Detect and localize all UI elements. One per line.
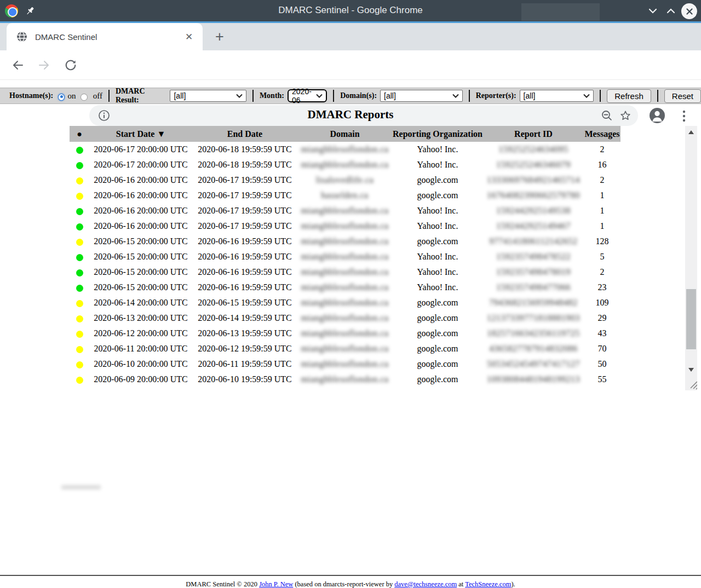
table-row[interactable]: 2020-06-14 20:00:00 UTC2020-06-15 19:59:… <box>70 295 620 310</box>
hostname-label: Hostname(s): <box>9 91 53 100</box>
reset-button[interactable]: Reset <box>664 89 701 103</box>
table-row[interactable]: 2020-06-16 20:00:00 UTC2020-06-17 19:59:… <box>70 188 620 203</box>
scrollbar-up-arrow[interactable] <box>688 130 694 134</box>
footer-link-author[interactable]: John P. New <box>259 580 293 588</box>
domain-cell: hasselden.ca <box>297 188 392 203</box>
status-cell <box>70 372 89 387</box>
table-row[interactable]: 2020-06-11 20:00:00 UTC2020-06-12 19:59:… <box>70 341 620 356</box>
column-messages[interactable]: Messages <box>584 126 620 142</box>
footer-link-techsneeze[interactable]: TechSneeze.com <box>465 580 511 588</box>
report-id-redacted: 1592357498478522 <box>496 252 571 261</box>
new-tab-button[interactable]: + <box>210 28 229 45</box>
column-reporting-organization[interactable]: Reporting Organization <box>392 126 483 142</box>
table-row[interactable]: 2020-06-15 20:00:00 UTC2020-06-16 19:59:… <box>70 264 620 280</box>
messages-cell: 2 <box>584 264 620 280</box>
pin-icon[interactable] <box>25 6 35 16</box>
table-row[interactable]: 2020-06-09 20:00:00 UTC2020-06-10 19:59:… <box>70 372 620 387</box>
column-start-date[interactable]: Start Date ▼ <box>89 126 192 142</box>
dmarc-result-select[interactable]: [all] <box>170 90 246 102</box>
table-row[interactable]: 2020-06-12 20:00:00 UTC2020-06-13 19:59:… <box>70 326 620 341</box>
table-row[interactable]: 2020-06-17 20:00:00 UTC2020-06-18 19:59:… <box>70 157 620 172</box>
window-minimize-button[interactable] <box>645 4 660 18</box>
scrollbar-thumb[interactable] <box>686 289 696 349</box>
table-row[interactable]: 2020-06-16 20:00:00 UTC2020-06-17 19:59:… <box>70 218 620 234</box>
report-id-redacted: 10938084481948199213 <box>487 374 580 384</box>
domain-redacted: mianghblesoflondon.ca <box>301 145 388 154</box>
divider <box>469 90 470 102</box>
table-row[interactable]: 2020-06-10 20:00:00 UTC2020-06-11 19:59:… <box>70 356 620 372</box>
domain-redacted: mianghblesoflondon.ca <box>301 252 388 261</box>
month-label: Month: <box>260 91 284 100</box>
footer-text: (based on dmarcts-report-viewer by <box>293 580 394 588</box>
end-date-cell: 2020-06-16 19:59:59 UTC <box>192 280 297 295</box>
table-row[interactable]: 2020-06-16 20:00:00 UTC2020-06-17 19:59:… <box>70 203 620 218</box>
status-dot-yellow <box>76 300 83 307</box>
domain-redacted: mianghblesoflondon.ca <box>301 298 388 307</box>
window-close-button[interactable] <box>681 3 697 19</box>
messages-cell: 70 <box>584 341 620 356</box>
hostname-on-radio[interactable] <box>58 94 65 101</box>
tab-close-icon[interactable]: ✕ <box>183 31 195 43</box>
start-date-cell: 2020-06-17 20:00:00 UTC <box>89 142 192 157</box>
org-cell: google.com <box>392 372 483 387</box>
table-row[interactable]: 2020-06-15 20:00:00 UTC2020-06-16 19:59:… <box>70 249 620 264</box>
org-cell: google.com <box>392 310 483 326</box>
domain-filter-label: Domain(s): <box>340 91 377 100</box>
start-date-cell: 2020-06-10 20:00:00 UTC <box>89 356 192 372</box>
footer-divider <box>0 575 701 576</box>
report-id-cell: 50534524549747417127 <box>483 356 584 372</box>
start-date-cell: 2020-06-15 20:00:00 UTC <box>89 234 192 249</box>
end-date-cell: 2020-06-11 19:59:59 UTC <box>192 356 297 372</box>
window-maximize-button[interactable] <box>663 4 679 18</box>
column-end-date[interactable]: End Date <box>192 126 297 142</box>
start-date-cell: 2020-06-15 20:00:00 UTC <box>89 280 192 295</box>
table-row[interactable]: 2020-06-15 20:00:00 UTC2020-06-16 19:59:… <box>70 280 620 295</box>
reload-button[interactable] <box>60 54 82 76</box>
reporter-select[interactable]: [all] <box>520 90 594 102</box>
forward-button[interactable] <box>33 54 55 76</box>
status-cell <box>70 341 89 356</box>
divider <box>108 90 110 102</box>
divider <box>333 90 334 102</box>
month-select[interactable]: 2020-06 <box>288 89 327 102</box>
column-status[interactable]: ● <box>70 126 89 142</box>
status-dot-green <box>76 285 83 292</box>
column-report-id[interactable]: Report ID <box>483 126 584 142</box>
start-date-cell: 2020-06-16 20:00:00 UTC <box>89 218 192 234</box>
table-row[interactable]: 2020-06-16 20:00:00 UTC2020-06-17 19:59:… <box>70 172 620 188</box>
report-id-cell: 4365827787914832086 <box>483 341 584 356</box>
start-date-cell: 2020-06-16 20:00:00 UTC <box>89 203 192 218</box>
end-date-cell: 2020-06-16 19:59:59 UTC <box>192 234 297 249</box>
hostname-on-label: on <box>67 91 76 101</box>
report-id-redacted: 1592525246346079 <box>496 160 571 169</box>
window-title: DMARC Sentinel - Google Chrome <box>278 5 423 16</box>
domain-redacted: mianghblesoflondon.ca <box>301 283 388 292</box>
tab-dmarc-sentinel[interactable]: DMARC Sentinel ✕ <box>7 23 203 50</box>
report-id-cell: 159252524634095 <box>483 142 584 157</box>
back-button[interactable] <box>7 54 29 76</box>
table-row[interactable]: 2020-06-17 20:00:00 UTC2020-06-18 19:59:… <box>70 142 620 157</box>
table-row[interactable]: 2020-06-15 20:00:00 UTC2020-06-16 19:59:… <box>70 234 620 249</box>
table-row[interactable]: 2020-06-13 20:00:00 UTC2020-06-14 19:59:… <box>70 310 620 326</box>
hostname-off-radio[interactable] <box>81 94 87 101</box>
resize-grip[interactable] <box>685 376 697 390</box>
status-cell <box>70 188 89 203</box>
report-id-cell: 1592357498478019 <box>483 264 584 280</box>
domain-cell: lisalovedlife.ca <box>297 172 392 188</box>
tab-strip: DMARC Sentinel ✕ + <box>0 23 701 50</box>
scrollbar-track[interactable] <box>685 126 697 376</box>
status-dot-green <box>76 147 83 154</box>
domain-select[interactable]: [all] <box>380 90 463 102</box>
titlebar-highlight <box>521 3 600 21</box>
domain-cell: mianghblesoflondon.ca <box>297 264 392 280</box>
messages-cell: 16 <box>584 157 620 172</box>
report-id-cell: 1592442925149538 <box>483 203 584 218</box>
domain-cell: mianghblesoflondon.ca <box>297 372 392 387</box>
column-domain[interactable]: Domain <box>297 126 392 142</box>
status-dot-green <box>76 223 83 230</box>
scrollbar-down-arrow[interactable] <box>688 368 694 372</box>
blurred-artifact <box>61 485 101 489</box>
messages-cell: 109 <box>584 295 620 310</box>
refresh-button[interactable]: Refresh <box>607 89 651 103</box>
footer-link-email[interactable]: dave@techsneeze.com <box>394 580 457 588</box>
